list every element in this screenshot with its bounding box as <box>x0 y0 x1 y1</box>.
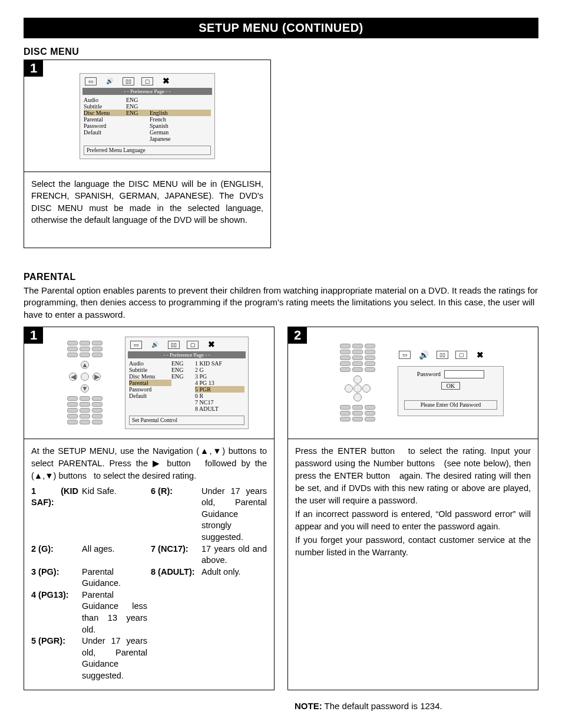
note-text: The default password is 1234. <box>322 701 442 711</box>
osd-footer: Preferred Menu Language <box>84 146 211 155</box>
osd-row: AudioENG1 KID SAF <box>129 360 244 367</box>
speaker-icon: 🔊 <box>104 77 115 85</box>
rating-label: 2 (G): <box>31 543 78 566</box>
osd-row: 7 NC17 <box>129 399 244 406</box>
rating-desc: Parental Guidance less than 13 years old… <box>82 589 147 635</box>
video-icon: ▢ <box>455 351 467 359</box>
video-icon: ▢ <box>141 77 153 85</box>
rating-desc: 17 years old and above. <box>201 543 267 566</box>
osd-page-title: - - Preference Page - - <box>82 88 212 95</box>
dolby-icon: ▯▯ <box>168 341 180 349</box>
parental-intro: The Parental option enables parents to p… <box>24 285 538 321</box>
rating-desc: All ages. <box>82 543 147 566</box>
osd-row: Default6 R <box>129 393 244 399</box>
rating-desc: Parental Guidance. <box>82 566 147 589</box>
osd-row: AudioENG <box>84 97 211 103</box>
rating-label <box>151 589 198 635</box>
rating-label <box>151 635 198 681</box>
close-icon: ✖ <box>206 341 217 349</box>
osd-row: DefaultGerman <box>84 129 211 136</box>
parental-step2-instruction: Press the ENTER button to select the rat… <box>288 439 538 567</box>
rating-label: 7 (NC17): <box>151 543 198 566</box>
osd-row: SubtitleENG <box>84 103 211 110</box>
page-header-title: SETUP MENU (CONTINUED) <box>199 21 363 34</box>
osd-row: 8 ADULT <box>129 406 244 412</box>
disc-menu-step-box: 1 ▭ 🔊 ▯▯ ▢ ✖ - - Preference Page - - Aud… <box>24 60 271 248</box>
rating-label: 5 (PGR): <box>31 635 78 681</box>
osd-password-dialog: ▭ 🔊 ▯▯ ▢ ✖ Password OK Please Enter Old … <box>398 350 504 416</box>
rating-label: 3 (PG): <box>31 566 78 589</box>
parental-step1-lead: At the SETUP MENU, use the Navigation (▲… <box>31 445 267 482</box>
remote-illustration: ▲ ▼ ◀ ▶ <box>55 341 114 424</box>
parental-step1-box: 1 ▲ ▼ ◀ ▶ <box>24 327 275 691</box>
rating-desc: Under 17 years old, Parental Guidance st… <box>201 486 267 543</box>
dolby-icon: ▯▯ <box>123 77 134 85</box>
password-field[interactable] <box>444 370 484 378</box>
step-badge: 1 <box>24 60 43 77</box>
osd-row: Password5 PGR <box>129 386 244 393</box>
general-icon: ▭ <box>130 341 142 349</box>
rating-label: 4 (PG13): <box>31 589 78 635</box>
osd-preference-disc-menu: ▭ 🔊 ▯▯ ▢ ✖ - - Preference Page - - Audio… <box>80 73 215 159</box>
close-icon: ✖ <box>160 77 172 85</box>
osd-row: Japanese <box>84 136 211 142</box>
osd-row: PasswordSpanish <box>84 123 211 129</box>
default-password-note: NOTE: The default password is 1234. <box>295 701 538 711</box>
osd-row: ParentalFrench <box>84 116 211 123</box>
speaker-icon: 🔊 <box>149 341 161 349</box>
osd-tab-icons: ▭ 🔊 ▯▯ ▢ ✖ <box>84 76 211 88</box>
osd-tab-icons: ▭ 🔊 ▯▯ ▢ ✖ <box>398 350 504 361</box>
osd-row: Disc MenuENG3 PG <box>129 373 244 380</box>
general-icon: ▭ <box>399 351 411 359</box>
instruction-paragraph: If you forget your password, contact cus… <box>295 534 531 559</box>
parental-step2-box: 2 <box>287 327 538 691</box>
osd-tab-icons: ▭ 🔊 ▯▯ ▢ ✖ <box>129 340 244 351</box>
ratings-definitions: 1 (KID SAF):Kid Safe.6 (R):Under 17 year… <box>31 486 267 682</box>
rating-desc <box>201 635 267 681</box>
password-prompt: Please Enter Old Password <box>404 400 497 410</box>
osd-row: SubtitleENG2 G <box>129 367 244 373</box>
speaker-icon: 🔊 <box>418 351 429 359</box>
ok-button[interactable]: OK <box>441 382 460 390</box>
rating-label: 1 (KID SAF): <box>31 486 78 543</box>
osd-page-title: - - Preference Page - - <box>128 351 246 358</box>
note-label: NOTE: <box>295 701 322 711</box>
page-header-bar: SETUP MENU (CONTINUED) <box>24 18 538 38</box>
instruction-paragraph: If an incorrect password is entered, “Ol… <box>295 508 531 533</box>
parental-heading: PARENTAL <box>24 272 538 282</box>
rating-desc: Adult only. <box>201 566 267 589</box>
close-icon: ✖ <box>474 351 486 359</box>
instruction-paragraph: Press the ENTER button to select the rat… <box>295 445 531 507</box>
osd-footer: Set Parental Control <box>129 416 244 425</box>
rating-label: 6 (R): <box>151 486 198 543</box>
rating-desc: Kid Safe. <box>82 486 147 543</box>
disc-menu-instruction: Select the language the DISC MENU will b… <box>24 172 270 234</box>
rating-label: 8 (ADULT): <box>151 566 198 589</box>
video-icon: ▢ <box>187 341 199 349</box>
osd-row: Disc MenuENGEnglish <box>84 110 211 116</box>
osd-preference-parental: ▭ 🔊 ▯▯ ▢ ✖ - - Preference Page - - Audio… <box>125 337 249 429</box>
rating-desc <box>201 589 267 635</box>
remote-illustration <box>328 344 387 421</box>
disc-menu-heading: DISC MENU <box>24 47 538 57</box>
general-icon: ▭ <box>85 77 97 85</box>
dolby-icon: ▯▯ <box>437 351 448 359</box>
osd-row: Parental4 PG 13 <box>129 380 244 386</box>
password-label: Password <box>417 371 441 377</box>
rating-desc: Under 17 years old, Parental Guidance su… <box>82 635 147 681</box>
